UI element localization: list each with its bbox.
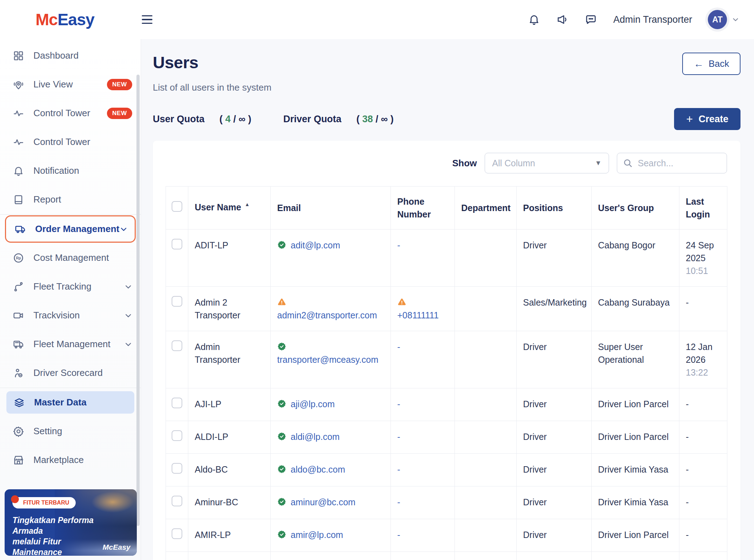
last-login-time: 13:22 bbox=[686, 366, 721, 379]
row-checkbox-cell bbox=[166, 454, 188, 486]
table-row: Aminur-BCaminur@bc.com-DriverDriver Kimi… bbox=[166, 486, 727, 519]
sidebar-item-marketplace[interactable]: Marketplace bbox=[0, 446, 141, 474]
chevron-down-icon bbox=[124, 340, 132, 348]
sidebar-item-control-tower[interactable]: Control TowerNEW bbox=[0, 99, 141, 128]
cell-positions: Driver bbox=[517, 421, 592, 454]
verified-badge-icon bbox=[277, 431, 286, 441]
row-checkbox[interactable] bbox=[172, 239, 182, 249]
table-body: ADIT-LPadit@lp.com-DriverCabang Bogor24 … bbox=[166, 230, 727, 560]
email-link[interactable]: amir@lp.com bbox=[291, 530, 343, 540]
email-link[interactable]: aji@lp.com bbox=[291, 399, 335, 409]
promo-banner[interactable]: FITUR TERBARU Tingkatkan Performa Armada… bbox=[5, 489, 137, 556]
sidebar-item-setting[interactable]: Setting bbox=[0, 417, 141, 446]
column-filter-select[interactable]: All Column ▼ bbox=[485, 153, 609, 173]
sidebar-item-order-management[interactable]: Order Management bbox=[5, 215, 136, 243]
phone-value: +08111111 bbox=[397, 310, 439, 320]
column-header-positions: Positions bbox=[517, 187, 592, 230]
row-checkbox[interactable] bbox=[172, 340, 182, 351]
cell-email: admin2@transporter.com bbox=[271, 287, 391, 331]
phone-value: - bbox=[397, 497, 400, 507]
cell-last-login: - bbox=[679, 454, 727, 486]
email-link[interactable]: aldi@lp.com bbox=[291, 432, 340, 442]
search-icon bbox=[623, 158, 633, 168]
email-link[interactable]: aldo@bc.com bbox=[291, 464, 345, 474]
sidebar-item-fleet-tracking[interactable]: Fleet Tracking bbox=[0, 272, 141, 301]
create-button[interactable]: + Create bbox=[674, 108, 740, 130]
sidebar-item-live-view[interactable]: Live ViewNEW bbox=[0, 70, 141, 99]
email-link[interactable]: admin2@transporter.com bbox=[277, 310, 377, 320]
sidebar-item-fleet-management[interactable]: Fleet Management bbox=[0, 330, 141, 359]
search-input[interactable] bbox=[638, 158, 720, 168]
cell-phone-number: - bbox=[391, 421, 455, 454]
driver-score-icon bbox=[13, 367, 24, 379]
select-all-checkbox-cell[interactable] bbox=[166, 187, 188, 230]
show-label: Show bbox=[452, 158, 477, 169]
cell-phone-number: - bbox=[391, 230, 455, 287]
cell-phone-number: - bbox=[391, 552, 455, 560]
cell-users-group: Cabang Bogor bbox=[592, 230, 679, 287]
sidebar-item-master-data[interactable]: Master Data bbox=[6, 391, 134, 414]
search-box bbox=[617, 153, 727, 173]
cell-user-name: Aldo-BC bbox=[188, 454, 271, 486]
email-link[interactable]: transporter@mceasy.com bbox=[277, 355, 378, 365]
cell-phone-number: - bbox=[391, 331, 455, 388]
cell-users-group: Driver Lion Parcel bbox=[592, 388, 679, 421]
row-checkbox[interactable] bbox=[172, 398, 182, 408]
select-all-checkbox[interactable] bbox=[172, 201, 182, 212]
sidebar-item-driver-scorecard[interactable]: Driver Scorecard bbox=[0, 359, 141, 387]
last-login-date: - bbox=[686, 297, 689, 307]
location-pin-icon bbox=[13, 79, 24, 90]
promo-mceasy-logo: McEasy bbox=[103, 543, 130, 551]
chevron-down-icon[interactable] bbox=[732, 16, 739, 23]
announcements-megaphone-icon[interactable] bbox=[556, 14, 569, 26]
cell-email: anto@bc.com bbox=[271, 552, 391, 560]
cell-last-login: - bbox=[679, 421, 727, 454]
sidebar-item-cost-management[interactable]: RpCost Management bbox=[0, 243, 141, 272]
cell-phone-number: +08111111 bbox=[391, 287, 455, 331]
cell-positions: Driver bbox=[517, 552, 592, 560]
email-link[interactable]: aminur@bc.com bbox=[291, 497, 355, 507]
verified-badge-icon bbox=[277, 399, 286, 408]
verified-badge-icon bbox=[277, 464, 286, 473]
chat-message-icon[interactable] bbox=[585, 14, 597, 26]
row-checkbox[interactable] bbox=[172, 463, 182, 474]
chevron-down-icon bbox=[124, 312, 132, 319]
mceasy-logo[interactable]: McEasy bbox=[36, 10, 94, 29]
warning-badge-icon bbox=[397, 297, 406, 306]
sidebar-item-report[interactable]: Report bbox=[0, 185, 141, 214]
sidebar-item-control-tower[interactable]: Control Tower bbox=[0, 128, 141, 156]
row-checkbox[interactable] bbox=[172, 496, 182, 506]
last-login-date: - bbox=[686, 530, 689, 540]
last-login-date: 12 Jan 2026 bbox=[686, 342, 712, 365]
sidebar-item-label: Report bbox=[33, 194, 61, 205]
back-button[interactable]: ← Back bbox=[682, 53, 740, 75]
row-checkbox[interactable] bbox=[172, 296, 182, 307]
sidebar-divider bbox=[0, 214, 141, 215]
row-checkbox[interactable] bbox=[172, 528, 182, 539]
notification-bell-icon[interactable] bbox=[528, 14, 540, 26]
cell-users-group: Driver Kimia Yasa bbox=[592, 454, 679, 486]
sidebar-divider bbox=[0, 388, 141, 388]
sort-ascending-icon[interactable]: ▲ bbox=[245, 201, 250, 207]
table-row: Anto-BCanto@bc.com-DriverDriver Kimia Ya… bbox=[166, 552, 727, 560]
sidebar-item-label: Marketplace bbox=[33, 454, 84, 465]
page-title: Users bbox=[153, 53, 198, 72]
row-checkbox-cell bbox=[166, 230, 188, 287]
verified-badge-icon bbox=[277, 529, 286, 539]
plus-icon: + bbox=[686, 113, 693, 125]
quota-user-quota: User Quota( 4 / ∞ ) bbox=[153, 114, 251, 125]
column-header-user-name[interactable]: User Name▲ bbox=[188, 187, 271, 230]
sidebar-scrollbar[interactable] bbox=[136, 75, 140, 526]
sidebar-item-notification[interactable]: Notification bbox=[0, 156, 141, 185]
gear-icon bbox=[13, 426, 24, 437]
last-login-date: - bbox=[686, 432, 689, 442]
verified-badge-icon bbox=[277, 497, 286, 506]
sidebar-item-dashboard[interactable]: Dashboard bbox=[0, 41, 141, 70]
avatar[interactable]: AT bbox=[708, 10, 727, 29]
hamburger-menu-icon[interactable] bbox=[140, 13, 155, 26]
row-checkbox[interactable] bbox=[172, 430, 182, 441]
cell-user-name: ADIT-LP bbox=[188, 230, 271, 287]
email-link[interactable]: adit@lp.com bbox=[291, 240, 340, 250]
sidebar-item-trackvision[interactable]: Trackvision bbox=[0, 301, 141, 330]
cell-user-name: Admin Transporter bbox=[188, 331, 271, 388]
